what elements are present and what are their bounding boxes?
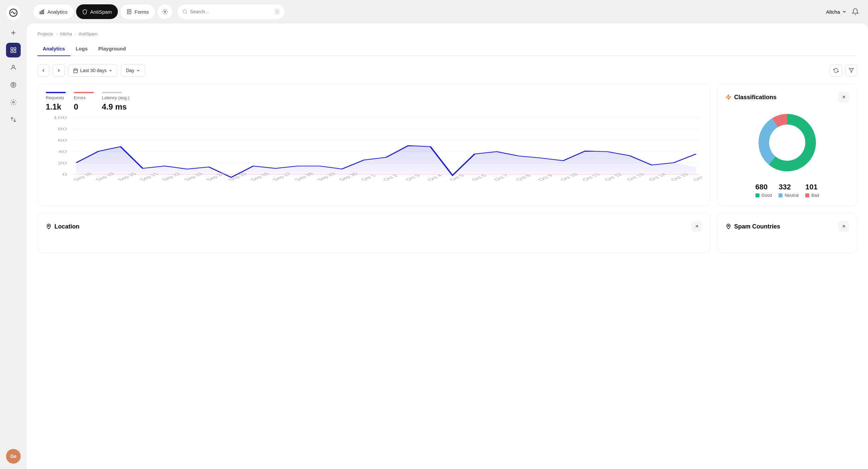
svg-text:Oct 9: Oct 9: [536, 174, 555, 182]
legend-latency: Latency (avg.) 4.9 ms: [102, 92, 129, 112]
svg-text:20: 20: [58, 161, 67, 165]
classifications-expand-btn[interactable]: [838, 92, 849, 102]
sidebar-settings-btn[interactable]: [6, 95, 21, 110]
sidebar-transfer-btn[interactable]: [6, 112, 21, 127]
classifications-card: Classifications: [717, 84, 857, 206]
svg-text:Oct 5: Oct 5: [448, 174, 466, 182]
svg-point-9: [13, 101, 14, 103]
location-title: Location: [46, 223, 80, 230]
filter-btn[interactable]: [845, 64, 857, 77]
stat-neutral: 332 Neutral: [778, 183, 799, 198]
granularity-btn[interactable]: Day: [121, 64, 145, 77]
nav-gear-btn[interactable]: [158, 4, 172, 19]
svg-text:Oct 8: Oct 8: [515, 174, 532, 182]
svg-point-72: [728, 225, 729, 227]
svg-rect-5: [11, 51, 13, 53]
tab-playground[interactable]: Playground: [93, 43, 131, 56]
spam-countries-title: Spam Countries: [725, 223, 780, 230]
donut-stats: 680 Good 332 Neutral 1: [725, 183, 849, 198]
stat-bad: 101 Bad: [805, 183, 819, 198]
classifications-title: Classifications: [725, 94, 777, 101]
sidebar: Ge: [0, 0, 27, 469]
line-chart: 100 80 60 40 20 0: [46, 114, 702, 188]
svg-point-7: [12, 65, 15, 67]
svg-marker-24: [849, 68, 853, 72]
donut-chart: [725, 109, 849, 176]
svg-text:Oct 6: Oct 6: [470, 174, 488, 182]
bottom-grid: Location Spam Countries: [37, 213, 857, 253]
tab-logs[interactable]: Logs: [70, 43, 93, 56]
breadcrumb-projects[interactable]: Projects: [37, 31, 53, 36]
svg-text:80: 80: [58, 127, 67, 131]
svg-text:0: 0: [62, 172, 67, 176]
svg-rect-10: [40, 12, 41, 14]
svg-text:40: 40: [58, 150, 67, 154]
svg-rect-6: [14, 51, 16, 53]
svg-text:Oct 7: Oct 7: [492, 174, 510, 182]
svg-point-18: [183, 10, 187, 13]
good-color-dot: [755, 194, 760, 198]
sidebar-dashboard-btn[interactable]: [6, 43, 21, 57]
breadcrumb-antispam[interactable]: AntiSpam: [79, 31, 97, 36]
svg-text:Oct 1: Oct 1: [360, 174, 378, 182]
svg-rect-11: [41, 11, 42, 14]
chart-legend: Requests 1.1k Errors 0 Latency (avg.) 4.…: [46, 92, 702, 112]
user-avatar[interactable]: Ge: [6, 449, 21, 464]
svg-text:60: 60: [58, 138, 67, 142]
next-btn[interactable]: [53, 64, 65, 77]
notifications-btn[interactable]: [849, 6, 861, 18]
classifications-header: Classifications: [725, 92, 849, 102]
sidebar-add-btn[interactable]: [6, 25, 21, 40]
stat-good: 680 Good: [755, 183, 772, 198]
sidebar-billing-btn[interactable]: [6, 78, 21, 92]
spam-countries-card: Spam Countries: [717, 213, 857, 253]
spam-countries-header: Spam Countries: [725, 221, 849, 232]
svg-rect-4: [14, 48, 16, 50]
location-card: Location: [37, 213, 710, 253]
svg-text:Oct 3: Oct 3: [404, 174, 422, 182]
tab-analytics[interactable]: Analytics: [37, 43, 70, 56]
top-nav: Analytics AntiSpam Forms / Altcha: [27, 0, 868, 23]
nav-analytics-tab[interactable]: Analytics: [33, 4, 73, 19]
svg-text:100: 100: [53, 116, 67, 120]
svg-text:Oct 4: Oct 4: [426, 174, 444, 182]
breadcrumb: Projects › Altcha › AntiSpam: [37, 31, 857, 36]
svg-rect-12: [43, 10, 44, 14]
search-input[interactable]: [190, 9, 272, 14]
search-bar[interactable]: /: [178, 4, 284, 19]
page-content: Projects › Altcha › AntiSpam Analytics L…: [27, 23, 868, 469]
bad-color-dot: [805, 194, 809, 198]
svg-line-19: [186, 13, 187, 14]
svg-rect-20: [74, 69, 78, 72]
spam-countries-expand-btn[interactable]: [838, 221, 849, 232]
requests-chart-card: Requests 1.1k Errors 0 Latency (avg.) 4.…: [37, 84, 710, 206]
search-slash: /: [274, 9, 279, 15]
dashboard-grid: Requests 1.1k Errors 0 Latency (avg.) 4.…: [37, 84, 857, 206]
breadcrumb-altcha[interactable]: Altcha: [60, 31, 72, 36]
svg-point-71: [48, 225, 50, 227]
errors-line-indicator: [74, 92, 94, 93]
location-expand-btn[interactable]: [691, 221, 702, 232]
svg-point-70: [769, 125, 805, 161]
app-logo[interactable]: [6, 5, 21, 20]
nav-forms-tab[interactable]: Forms: [121, 4, 155, 19]
refresh-btn[interactable]: [830, 64, 842, 77]
latency-line-indicator: [102, 92, 122, 93]
user-menu[interactable]: Altcha: [826, 9, 847, 15]
sidebar-users-btn[interactable]: [6, 60, 21, 75]
svg-marker-37: [76, 146, 696, 177]
toolbar-right: [830, 64, 857, 77]
svg-text:Oct 2: Oct 2: [381, 174, 400, 182]
date-range-btn[interactable]: Last 30 days: [68, 64, 118, 77]
nav-antispam-tab[interactable]: AntiSpam: [76, 4, 118, 19]
main-area: Analytics AntiSpam Forms / Altcha: [27, 0, 868, 469]
legend-errors: Errors 0: [74, 92, 94, 112]
analytics-toolbar: Last 30 days Day: [37, 64, 857, 77]
prev-btn[interactable]: [37, 64, 50, 77]
svg-point-17: [164, 11, 165, 13]
requests-line-indicator: [46, 92, 66, 93]
legend-requests: Requests 1.1k: [46, 92, 66, 112]
svg-rect-3: [11, 48, 13, 50]
location-header: Location: [46, 221, 702, 232]
page-tabs: Analytics Logs Playground: [37, 43, 857, 56]
